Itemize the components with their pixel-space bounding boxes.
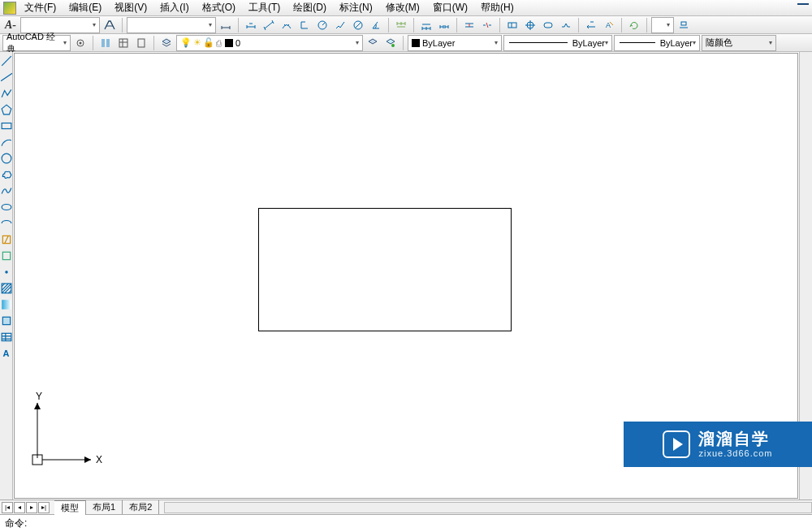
circle-icon[interactable] xyxy=(1,153,12,164)
svg-point-13 xyxy=(391,44,395,47)
minimize-icon[interactable] xyxy=(797,3,809,5)
menu-file[interactable]: 文件(F) xyxy=(19,0,61,16)
tab-next-icon[interactable]: ▸ xyxy=(26,502,37,513)
rectangle-icon[interactable] xyxy=(1,120,12,132)
ordinate-dim-icon[interactable] xyxy=(296,17,313,33)
toolbar-dimension: A- ▾ ▾ A ▾ xyxy=(0,16,812,34)
polyline-icon[interactable] xyxy=(1,88,12,99)
divider xyxy=(93,36,93,50)
spline-icon[interactable] xyxy=(1,185,12,197)
polygon-icon[interactable] xyxy=(1,104,12,115)
toolbar-properties: AutoCAD 经典 ▾ 💡 ☀ 🔓 ⎙ 0 ▾ ByLayer ▾ ByLay… xyxy=(0,34,812,52)
menu-draw[interactable]: 绘图(D) xyxy=(288,0,331,16)
dimstyle-icon[interactable] xyxy=(218,17,234,33)
svg-rect-9 xyxy=(102,39,105,47)
dimupdate-icon[interactable] xyxy=(626,17,642,33)
menu-tools[interactable]: 工具(T) xyxy=(244,0,285,16)
menu-window[interactable]: 窗口(W) xyxy=(428,0,473,16)
linetype-label: ByLayer xyxy=(572,38,605,48)
watermark-title: 溜溜自学 xyxy=(698,429,772,448)
color-swatch xyxy=(412,39,420,47)
watermark-badge: 溜溜自学 zixue.3d66.com xyxy=(624,422,812,467)
color-dropdown[interactable]: ByLayer ▾ xyxy=(408,35,502,51)
inspect-icon[interactable] xyxy=(540,17,556,33)
dimbreak-icon[interactable] xyxy=(479,17,495,33)
menu-edit[interactable]: 编辑(E) xyxy=(64,0,106,16)
menu-modify[interactable]: 修改(M) xyxy=(381,0,425,16)
layout-tabs: |◂ ◂ ▸ ▸| 模型 布局1 布局2 xyxy=(0,500,812,514)
arc-dim-icon[interactable] xyxy=(279,17,295,33)
angular-dim-icon[interactable] xyxy=(368,17,384,33)
menu-help[interactable]: 帮助(H) xyxy=(476,0,519,16)
mtext-tool-icon[interactable]: A xyxy=(1,348,12,359)
quick-dim-icon[interactable] xyxy=(393,17,409,33)
toolpalettes-icon[interactable] xyxy=(97,35,114,51)
divider xyxy=(621,18,622,32)
tolerance-icon[interactable] xyxy=(504,17,520,33)
radius-dim-icon[interactable] xyxy=(314,17,330,33)
bulb-icon: 💡 xyxy=(180,37,192,48)
line-icon[interactable] xyxy=(1,55,12,67)
svg-rect-10 xyxy=(106,39,110,47)
ellipse-icon[interactable] xyxy=(1,201,12,213)
mtext-icon[interactable] xyxy=(102,17,118,33)
horizontal-scrollbar[interactable] xyxy=(164,502,812,513)
sheetset-icon[interactable] xyxy=(133,35,149,51)
ucs-x-label: X xyxy=(96,454,102,465)
propertiespanel-icon[interactable] xyxy=(115,35,132,51)
ucs-y-label: Y xyxy=(36,391,42,402)
svg-rect-12 xyxy=(138,39,145,47)
revcloud-icon[interactable] xyxy=(1,169,12,180)
ellipse-arc-icon[interactable] xyxy=(1,218,12,229)
insert-block-icon[interactable] xyxy=(1,234,12,245)
region-icon[interactable] xyxy=(1,315,12,327)
make-block-icon[interactable] xyxy=(1,250,12,262)
layerprev-icon[interactable] xyxy=(365,35,381,51)
arc-icon[interactable] xyxy=(1,136,12,148)
linetype-dropdown[interactable]: ByLayer ▾ xyxy=(503,35,612,51)
app-icon xyxy=(3,2,16,15)
continue-dim-icon[interactable] xyxy=(436,17,452,33)
hatch-icon[interactable] xyxy=(1,283,12,294)
plotstyle-dropdown[interactable]: 随颜色 ▾ xyxy=(702,35,776,51)
divider xyxy=(122,18,123,32)
dim-style-dropdown[interactable]: ▾ xyxy=(127,17,216,33)
jogged-dim-icon[interactable] xyxy=(332,17,348,33)
gradient-icon[interactable] xyxy=(1,299,12,310)
menu-insert[interactable]: 插入(I) xyxy=(155,0,193,16)
tab-last-icon[interactable]: ▸| xyxy=(38,502,50,513)
baseline-dim-icon[interactable] xyxy=(418,17,434,33)
construction-line-icon[interactable] xyxy=(1,71,12,83)
command-line[interactable]: 命令: xyxy=(0,514,812,532)
workspace-settings-icon[interactable] xyxy=(72,35,89,51)
dimtextedit-icon[interactable]: A xyxy=(601,17,617,33)
centermark-icon[interactable] xyxy=(522,17,538,33)
layer-dropdown[interactable]: 💡 ☀ 🔓 ⎙ 0 ▾ xyxy=(176,35,363,51)
divider xyxy=(238,18,239,32)
tab-model[interactable]: 模型 xyxy=(54,500,86,515)
dimedit-icon[interactable] xyxy=(583,17,599,33)
svg-rect-14 xyxy=(2,123,11,129)
joglinear-icon[interactable] xyxy=(558,17,574,33)
layerstate-icon[interactable] xyxy=(382,35,399,51)
dim-style-current[interactable]: ▾ xyxy=(651,17,674,33)
menu-dim[interactable]: 标注(N) xyxy=(335,0,378,16)
layers-manager-icon[interactable] xyxy=(158,35,175,51)
tab-layout2[interactable]: 布局2 xyxy=(123,500,159,514)
diameter-dim-icon[interactable] xyxy=(350,17,366,33)
tab-first-icon[interactable]: |◂ xyxy=(2,502,13,513)
point-icon[interactable] xyxy=(1,266,12,278)
dimstyle-manage-icon[interactable] xyxy=(676,17,692,33)
menu-format[interactable]: 格式(O) xyxy=(197,0,240,16)
lineweight-dropdown[interactable]: ByLayer ▾ xyxy=(614,35,700,51)
divider xyxy=(388,18,389,32)
dimspace-icon[interactable] xyxy=(461,17,477,33)
tab-layout1[interactable]: 布局1 xyxy=(86,500,123,514)
linear-dim-icon[interactable] xyxy=(243,17,259,33)
menu-view[interactable]: 视图(V) xyxy=(110,0,152,16)
divider xyxy=(499,18,500,32)
tab-prev-icon[interactable]: ◂ xyxy=(14,502,25,513)
table-icon[interactable] xyxy=(1,331,12,343)
workspace-dropdown[interactable]: AutoCAD 经典 ▾ xyxy=(2,35,71,51)
aligned-dim-icon[interactable] xyxy=(261,17,277,33)
